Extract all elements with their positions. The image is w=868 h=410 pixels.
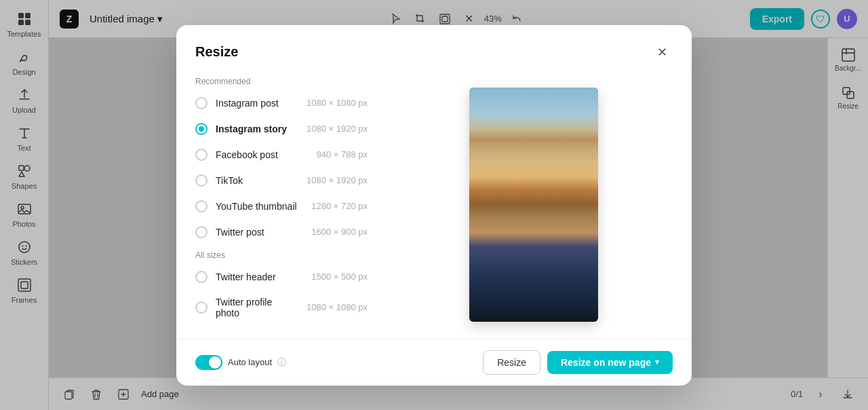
option-size: 1600 × 900 px [311, 227, 368, 237]
auto-layout-switch[interactable] [195, 355, 222, 370]
auto-layout-toggle: Auto layout ⓘ [195, 355, 286, 370]
radio-inner [199, 126, 204, 132]
resize-option-twitter-profile[interactable]: Twitter profile photo 1080 × 1080 px [195, 290, 368, 325]
all-sizes-section-label: All sizes [195, 245, 368, 264]
modal-header: Resize ✕ [176, 25, 692, 71]
resize-new-label: Resize on new page [561, 357, 651, 368]
resize-on-new-page-button[interactable]: Resize on new page ▾ [547, 351, 673, 374]
option-name: Twitter profile photo [216, 297, 298, 318]
option-name: Twitter post [216, 227, 303, 238]
option-size: 1500 × 500 px [311, 272, 368, 282]
radio-twitter-post[interactable] [195, 226, 208, 238]
resize-option-facebook-post[interactable]: Facebook post 940 × 788 px [195, 142, 368, 168]
toggle-knob [209, 356, 221, 369]
modal-footer: Auto layout ⓘ Resize Resize on new page … [176, 339, 692, 386]
modal-body: Recommended Instagram post 1080 × 1080 p… [176, 71, 692, 339]
radio-tiktok[interactable] [195, 174, 208, 187]
resize-option-twitter-header[interactable]: Twitter header 1500 × 500 px [195, 264, 368, 290]
modal-close-button[interactable]: ✕ [651, 41, 673, 63]
radio-instagram-post[interactable] [195, 97, 208, 109]
radio-instagram-story[interactable] [195, 123, 208, 135]
resize-option-youtube-thumbnail[interactable]: YouTube thumbnail 1280 × 720 px [195, 193, 368, 219]
option-name: YouTube thumbnail [216, 201, 303, 212]
resize-option-instagram-story[interactable]: Instagram story 1080 × 1920 px [195, 116, 368, 142]
option-size: 1080 × 1920 px [307, 175, 368, 185]
modal-title: Resize [195, 44, 238, 60]
preview-image [469, 88, 598, 322]
footer-buttons: Resize Resize on new page ▾ [483, 350, 673, 375]
option-name: Facebook post [216, 149, 308, 160]
resize-option-twitter-post[interactable]: Twitter post 1600 × 900 px [195, 219, 368, 245]
auto-layout-label: Auto layout [228, 357, 272, 367]
option-size: 1280 × 720 px [311, 201, 368, 211]
resize-button[interactable]: Resize [483, 350, 540, 375]
info-icon[interactable]: ⓘ [277, 356, 286, 369]
recommended-section-label: Recommended [195, 71, 368, 90]
resize-option-instagram-post[interactable]: Instagram post 1080 × 1080 px [195, 90, 368, 116]
radio-twitter-header[interactable] [195, 271, 208, 283]
radio-twitter-profile[interactable] [195, 301, 208, 314]
option-name: Instagram post [216, 98, 298, 109]
option-size: 1080 × 1080 px [307, 98, 368, 108]
radio-facebook-post[interactable] [195, 149, 208, 161]
option-name: Twitter header [216, 272, 303, 282]
option-size: 940 × 788 px [316, 149, 368, 160]
resize-modal: Resize ✕ Recommended Instagram post 1080… [176, 25, 692, 386]
modal-overlay: Resize ✕ Recommended Instagram post 1080… [0, 0, 868, 410]
option-size: 1080 × 1080 px [307, 302, 368, 312]
option-size: 1080 × 1920 px [307, 124, 368, 134]
radio-youtube-thumbnail[interactable] [195, 200, 208, 212]
resize-options-list: Recommended Instagram post 1080 × 1080 p… [176, 71, 387, 339]
preview-area [387, 71, 692, 339]
option-name: TikTok [216, 175, 298, 186]
option-name: Instagram story [216, 124, 298, 134]
resize-option-tiktok[interactable]: TikTok 1080 × 1920 px [195, 168, 368, 193]
chevron-down-icon: ▾ [655, 358, 659, 367]
